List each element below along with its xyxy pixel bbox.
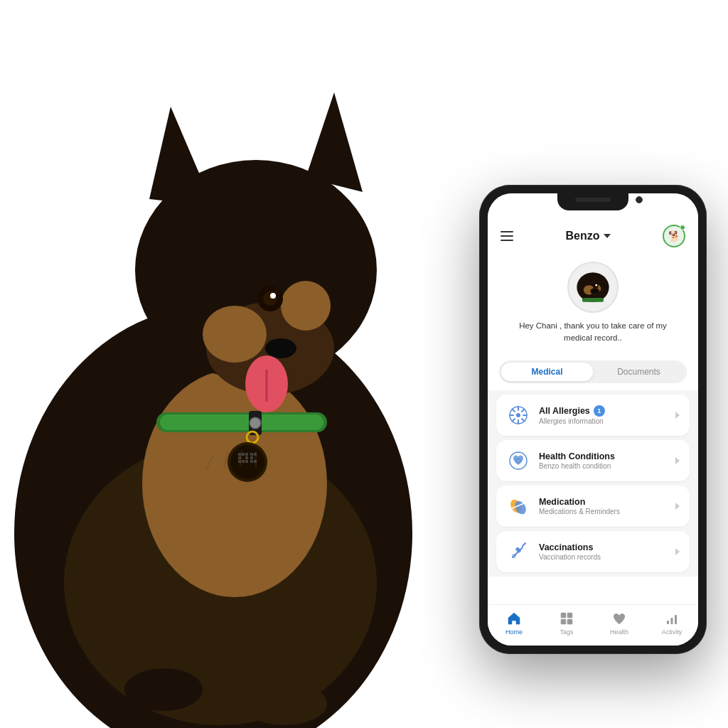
tabs-container: Medical Documents — [499, 360, 687, 383]
health-conditions-icon — [506, 449, 530, 473]
allergies-subtitle: Allergies information — [539, 417, 667, 425]
health-conditions-title: Health Conditions — [539, 451, 667, 461]
health-conditions-chevron — [675, 457, 680, 464]
profile-section: Hey Chani , thank you to take care of my… — [488, 255, 698, 355]
svg-line-58 — [522, 409, 525, 412]
allergies-text: All Allergies 1 Allergies information — [539, 405, 667, 425]
svg-point-9 — [270, 293, 276, 299]
svg-rect-69 — [561, 613, 566, 618]
svg-point-10 — [265, 338, 296, 358]
menu-list: All Allergies 1 Allergies information — [488, 390, 698, 577]
pet-selector-chevron[interactable] — [604, 234, 611, 238]
svg-point-40 — [242, 682, 327, 725]
tabs-section: Medical Documents — [488, 355, 698, 390]
svg-point-18 — [250, 417, 261, 429]
vaccinations-text: Vaccinations Vaccination records — [539, 542, 667, 561]
health-conditions-text: Health Conditions Benzo health condition — [539, 451, 667, 470]
svg-point-51 — [516, 413, 520, 417]
menu-item-medication[interactable]: Medication Medications & Reminders — [496, 486, 690, 527]
activity-icon — [664, 611, 680, 626]
svg-marker-14 — [306, 92, 363, 192]
allergies-badge: 1 — [594, 405, 605, 417]
medication-text: Medication Medications & Reminders — [539, 497, 667, 515]
svg-rect-71 — [561, 619, 566, 624]
phone-frame: Benzo 🐕 — [479, 185, 707, 654]
greeting-text: Hey Chani , thank you to take care of my… — [515, 320, 671, 345]
svg-point-2 — [142, 370, 327, 597]
app-content: Hey Chani , thank you to take care of my… — [488, 255, 698, 604]
svg-point-46 — [595, 284, 597, 287]
svg-rect-26 — [245, 456, 248, 459]
svg-rect-16 — [160, 414, 323, 430]
health-nav-label: Health — [610, 628, 628, 636]
home-label: Home — [505, 628, 523, 636]
tags-icon — [559, 611, 574, 626]
pet-avatar — [567, 262, 619, 313]
dog-background — [0, 0, 469, 728]
svg-point-39 — [124, 668, 203, 711]
vaccinations-subtitle: Vaccination records — [539, 553, 667, 561]
svg-rect-70 — [567, 613, 572, 618]
svg-rect-74 — [671, 618, 673, 624]
svg-rect-72 — [567, 619, 572, 624]
phone-wrapper: Benzo 🐕 — [479, 185, 707, 654]
svg-rect-75 — [675, 615, 677, 624]
vaccinations-icon — [506, 540, 530, 564]
health-conditions-subtitle: Benzo health condition — [539, 462, 667, 470]
bottom-nav: Home Tags — [488, 604, 698, 646]
svg-rect-24 — [245, 453, 248, 456]
svg-line-59 — [513, 419, 515, 422]
vaccinations-title: Vaccinations — [539, 542, 667, 552]
medication-title: Medication — [539, 497, 667, 507]
activity-label: Activity — [662, 628, 682, 636]
svg-rect-28 — [242, 460, 245, 463]
user-avatar-small[interactable]: 🐕 — [663, 225, 685, 247]
phone-screen: Benzo 🐕 — [488, 193, 698, 646]
menu-button[interactable] — [500, 231, 513, 241]
allergies-title: All Allergies 1 — [539, 405, 667, 417]
svg-rect-49 — [582, 298, 604, 302]
svg-rect-22 — [238, 453, 241, 456]
vaccinations-chevron — [675, 548, 680, 555]
medication-icon — [506, 494, 530, 518]
svg-point-48 — [592, 289, 598, 294]
svg-point-8 — [263, 291, 277, 306]
online-status-dot — [680, 225, 685, 230]
svg-point-5 — [203, 306, 267, 363]
tab-medical[interactable]: Medical — [501, 363, 593, 381]
svg-point-6 — [281, 281, 331, 331]
svg-rect-33 — [250, 460, 253, 463]
svg-line-67 — [523, 543, 525, 546]
svg-rect-73 — [667, 621, 669, 624]
svg-line-57 — [522, 419, 525, 422]
svg-rect-66 — [515, 547, 521, 553]
menu-item-allergies[interactable]: All Allergies 1 Allergies information — [496, 395, 690, 436]
svg-rect-23 — [242, 453, 245, 456]
svg-line-56 — [513, 409, 515, 412]
svg-point-68 — [512, 554, 516, 558]
nav-home[interactable]: Home — [488, 611, 540, 636]
svg-rect-31 — [250, 456, 253, 459]
phone-speaker — [575, 198, 611, 202]
menu-item-health-conditions[interactable]: Health Conditions Benzo health condition — [496, 440, 690, 481]
tab-documents[interactable]: Documents — [593, 363, 685, 381]
menu-item-vaccinations[interactable]: Vaccinations Vaccination records — [496, 531, 690, 572]
svg-rect-29 — [245, 460, 248, 463]
medication-chevron — [675, 503, 680, 510]
nav-tags[interactable]: Tags — [540, 611, 593, 636]
tags-label: Tags — [560, 628, 573, 636]
pet-name-label: Benzo — [566, 230, 600, 242]
allergies-chevron — [675, 412, 680, 419]
svg-marker-13 — [149, 107, 213, 206]
nav-activity[interactable]: Activity — [646, 611, 698, 636]
svg-rect-30 — [250, 453, 253, 456]
header-title: Benzo — [566, 230, 611, 242]
health-nav-icon — [611, 611, 627, 626]
medication-subtitle: Medications & Reminders — [539, 508, 667, 515]
phone-notch — [557, 193, 628, 210]
allergies-icon — [506, 403, 530, 427]
nav-health[interactable]: Health — [593, 611, 646, 636]
phone-camera — [636, 196, 643, 203]
home-icon — [506, 611, 522, 626]
